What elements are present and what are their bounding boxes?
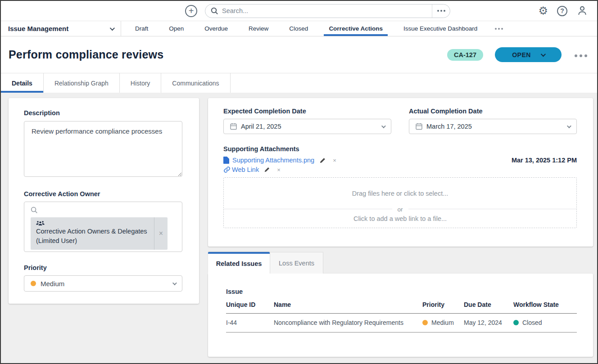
owner-chip-remove-icon[interactable]: × [154, 217, 168, 250]
web-link[interactable]: Web Link [232, 166, 259, 173]
remove-web-link-icon[interactable]: × [277, 166, 281, 173]
edit-pencil-icon[interactable] [264, 167, 270, 172]
owner-select-box[interactable]: Corrective Action Owners & Delegates (Li… [24, 202, 182, 252]
expected-date-select[interactable]: April 21, 2025 [223, 119, 391, 134]
priority-select[interactable]: Medium [24, 275, 182, 292]
description-label: Description [24, 109, 182, 117]
chevron-down-icon [567, 124, 571, 128]
table-row[interactable]: I-44 Noncompliance with Regulatory Requi… [226, 314, 577, 333]
edit-pencil-icon[interactable] [320, 157, 326, 163]
related-issues-card: Issue Unique ID Name Priority Due Date W… [208, 274, 593, 357]
cell-workflow-state: Closed [513, 314, 577, 333]
file-dropzone: Drag files here or click to select... or… [223, 177, 577, 228]
tab-relationship-graph[interactable]: Relationship Graph [44, 73, 120, 93]
nav-overflow-icon[interactable] [488, 21, 510, 36]
actual-date-select[interactable]: March 17, 2025 [409, 119, 577, 134]
dates-row: Expected Completion Date April 21, 2025 [223, 108, 577, 134]
expected-date-label: Expected Completion Date [223, 108, 391, 115]
search-icon [31, 207, 176, 214]
related-tabs: Related Issues Loss Events [208, 252, 593, 274]
nav-tab-corrective-actions[interactable]: Corrective Actions [318, 21, 393, 36]
priority-medium-dot-icon [31, 281, 36, 286]
dropzone-select-area[interactable]: Drag files here or click to select... [224, 178, 576, 209]
attachment-file-link[interactable]: Supporting Attachments.png [232, 157, 314, 164]
description-textarea[interactable]: Review performance compliance processes [24, 121, 182, 177]
issue-section-label: Issue [226, 288, 577, 295]
cell-name: Noncompliance with Regulatory Requiremen… [274, 314, 422, 333]
cell-unique-id: I-44 [226, 314, 274, 333]
remove-attachment-icon[interactable]: × [333, 157, 336, 164]
page-header: Perform compliance reviews CA-127 OPEN [1, 36, 597, 73]
actual-date-label: Actual Completion Date [409, 108, 577, 115]
cell-due-date: May 12, 2024 [464, 314, 513, 333]
chevron-down-icon [541, 51, 546, 56]
expected-completion-date-field: Expected Completion Date April 21, 2025 [223, 108, 391, 134]
add-icon[interactable]: + [185, 5, 197, 17]
content-area: Description Review performance complianc… [1, 93, 597, 363]
detail-tabs: Details Relationship Graph History Commu… [1, 73, 597, 93]
owner-chip-label: Corrective Action Owners & Delegates (Li… [36, 227, 149, 246]
file-icon [223, 157, 229, 164]
chevron-down-icon [110, 25, 115, 30]
tab-communications[interactable]: Communications [161, 73, 230, 93]
table-header-row: Unique ID Name Priority Due Date Workflo… [226, 301, 577, 314]
dropzone-divider: or [224, 209, 576, 209]
search-input[interactable] [222, 4, 432, 18]
tab-details[interactable]: Details [1, 73, 44, 93]
user-group-icon [36, 220, 149, 227]
app-selector[interactable]: Issue Management [1, 21, 121, 36]
nav-tab-review[interactable]: Review [238, 21, 279, 36]
tab-history[interactable]: History [120, 73, 162, 93]
corrective-action-owner-field: Corrective Action Owner [24, 190, 182, 252]
col-due-date: Due Date [464, 301, 513, 314]
user-profile-icon[interactable] [576, 5, 588, 17]
app-nav-tabs: Draft Open Overdue Review Closed Correct… [125, 21, 488, 36]
dates-attachments-card: Expected Completion Date April 21, 2025 [208, 98, 593, 247]
owner-chip: Corrective Action Owners & Delegates (Li… [31, 217, 168, 250]
link-icon [223, 166, 231, 173]
page-actions-icon[interactable] [573, 51, 588, 59]
priority-medium-dot-icon [422, 320, 428, 325]
priority-field: Priority Medium [24, 264, 182, 292]
right-column: Expected Completion Date April 21, 2025 [208, 98, 593, 357]
col-name: Name [274, 301, 422, 314]
app-selector-label: Issue Management [8, 25, 68, 32]
state-closed-dot-icon [513, 320, 519, 325]
tab-related-issues[interactable]: Related Issues [208, 252, 270, 274]
cell-priority: Medium [422, 314, 464, 333]
nav-tab-draft[interactable]: Draft [125, 21, 159, 36]
topbar-icons: ⚙ [538, 5, 597, 17]
settings-gear-icon[interactable]: ⚙ [538, 5, 548, 16]
help-icon[interactable] [557, 6, 567, 16]
record-id-badge: CA-127 [447, 49, 483, 61]
col-workflow-state: Workflow State [513, 301, 577, 314]
attachment-timestamp: Mar 13, 2025 1:12 PM [512, 157, 577, 164]
nav-tab-open[interactable]: Open [159, 21, 194, 36]
attachment-file-row: Supporting Attachments.png × Mar 13, 202… [223, 157, 577, 164]
dropzone-or-label: or [392, 206, 408, 213]
nav-tab-closed[interactable]: Closed [279, 21, 318, 36]
calendar-icon [416, 123, 422, 130]
tab-loss-events[interactable]: Loss Events [270, 252, 323, 274]
priority-value: Medium [41, 280, 64, 288]
state-text: Closed [522, 319, 542, 326]
owner-chip-main: Corrective Action Owners & Delegates (Li… [31, 217, 154, 250]
priority-label: Priority [24, 264, 182, 271]
related-issues-table: Unique ID Name Priority Due Date Workflo… [226, 301, 577, 333]
global-search [205, 4, 450, 18]
col-unique-id: Unique ID [226, 301, 274, 314]
workflow-status-button[interactable]: OPEN [495, 47, 562, 62]
related-section: Related Issues Loss Events Issue Unique … [208, 252, 593, 357]
calendar-icon [230, 123, 237, 130]
owner-label: Corrective Action Owner [24, 190, 182, 198]
priority-text: Medium [431, 319, 454, 326]
web-link-row: Web Link × [223, 166, 577, 173]
nav-tab-issue-executive-dashboard[interactable]: Issue Executive Dashboard [393, 21, 488, 36]
attachments-label: Supporting Attachments [223, 145, 577, 153]
top-bar: + ⚙ [1, 1, 597, 21]
workflow-status-label: OPEN [512, 51, 531, 58]
page-title: Perform compliance reviews [9, 48, 163, 61]
expected-date-value: April 21, 2025 [241, 123, 281, 130]
search-options-icon[interactable] [432, 4, 450, 18]
nav-tab-overdue[interactable]: Overdue [194, 21, 238, 36]
